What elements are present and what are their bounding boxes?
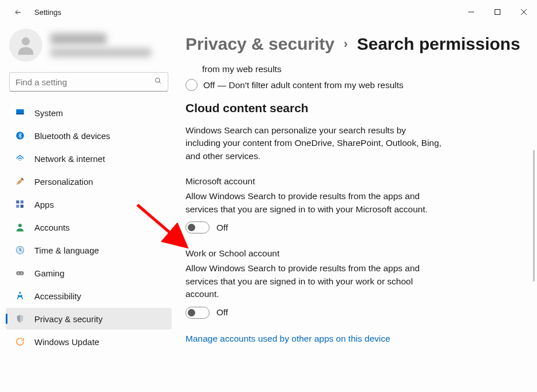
svg-rect-0 — [495, 10, 500, 15]
nav-label: Apps — [34, 200, 54, 209]
sidebar-item-system[interactable]: System — [6, 102, 172, 124]
settings-scroll[interactable]: from my web results Off — Don't filter a… — [185, 64, 531, 383]
svg-point-15 — [21, 272, 22, 274]
radio-icon — [185, 79, 198, 91]
svg-point-16 — [19, 292, 21, 294]
svg-point-14 — [18, 272, 19, 274]
nav-label: Time & language — [34, 246, 99, 255]
ms-account-heading: Microsoft account — [185, 176, 521, 187]
toggle-knob — [188, 309, 195, 316]
nav-label: Gaming — [34, 268, 65, 278]
window-title: Settings — [34, 8, 61, 17]
chevron-right-icon: › — [343, 37, 348, 52]
safesearch-off-radio[interactable]: Off — Don't filter adult content from my… — [185, 79, 521, 91]
search-box[interactable] — [9, 72, 168, 92]
svg-rect-13 — [16, 271, 24, 275]
work-toggle-state: Off — [216, 307, 228, 318]
svg-point-1 — [22, 37, 30, 45]
user-block[interactable] — [5, 24, 173, 72]
sidebar-item-network[interactable]: Network & internet — [6, 148, 172, 169]
nav-label: Personalization — [34, 177, 93, 187]
close-button[interactable] — [511, 3, 537, 21]
sidebar-item-update[interactable]: Windows Update — [6, 331, 172, 353]
sidebar-item-accounts[interactable]: Accounts — [6, 216, 172, 238]
nav-label: Privacy & security — [34, 314, 102, 324]
sidebar-item-personalization[interactable]: Personalization — [6, 171, 172, 192]
cloud-section-heading: Cloud content search — [185, 101, 521, 115]
clock-icon — [15, 245, 25, 255]
search-icon — [154, 77, 162, 87]
breadcrumb-parent[interactable]: Privacy & security — [185, 34, 334, 54]
accounts-icon — [15, 222, 25, 232]
ms-toggle-state: Off — [216, 223, 228, 233]
apps-icon — [15, 199, 25, 209]
window-controls — [458, 3, 537, 21]
svg-rect-9 — [21, 205, 23, 208]
bluetooth-icon — [15, 130, 25, 141]
sidebar-item-privacy[interactable]: Privacy & security — [6, 308, 172, 330]
nav-label: System — [34, 108, 63, 118]
nav-label: Windows Update — [34, 337, 99, 347]
ms-account-desc: Allow Windows Search to provide results … — [185, 190, 443, 216]
titlebar: Settings — [0, 0, 537, 24]
safesearch-moderate-trail: from my web results — [202, 64, 521, 74]
maximize-button[interactable] — [484, 3, 511, 21]
page-title: Search permissions — [357, 34, 520, 54]
avatar — [9, 29, 42, 62]
shield-icon — [15, 314, 25, 324]
nav-label: Accessibility — [34, 291, 81, 301]
wifi-icon — [15, 153, 25, 164]
svg-rect-8 — [16, 205, 19, 208]
svg-point-2 — [155, 78, 160, 82]
radio-label: Off — Don't filter adult content from my… — [203, 80, 404, 90]
work-account-heading: Work or School account — [185, 248, 521, 259]
work-account-toggle[interactable] — [185, 307, 210, 319]
toggle-knob — [188, 224, 195, 231]
nav-list: System Bluetooth & devices Network & int… — [5, 102, 173, 353]
svg-rect-4 — [16, 114, 24, 115]
svg-rect-6 — [16, 200, 19, 203]
back-button[interactable] — [8, 2, 27, 22]
svg-rect-7 — [21, 200, 23, 203]
svg-point-10 — [18, 224, 22, 227]
sidebar-item-bluetooth[interactable]: Bluetooth & devices — [6, 125, 172, 146]
update-icon — [15, 336, 25, 347]
ms-account-toggle[interactable] — [185, 221, 210, 233]
sidebar-item-apps[interactable]: Apps — [6, 193, 172, 215]
breadcrumb: Privacy & security › Search permissions — [185, 34, 531, 54]
cloud-section-desc: Windows Search can personalize your sear… — [185, 124, 443, 163]
scrollbar[interactable] — [533, 150, 535, 282]
nav-label: Bluetooth & devices — [34, 131, 110, 141]
gaming-icon — [15, 268, 25, 278]
sidebar-item-time[interactable]: Time & language — [6, 239, 172, 261]
work-account-desc: Allow Windows Search to provide results … — [185, 262, 443, 300]
user-info — [50, 33, 168, 57]
sidebar-item-gaming[interactable]: Gaming — [6, 262, 172, 284]
system-icon — [15, 108, 25, 118]
sidebar-item-accessibility[interactable]: Accessibility — [6, 285, 172, 307]
nav-label: Network & internet — [34, 154, 105, 164]
main-content: Privacy & security › Search permissions … — [177, 24, 537, 392]
brush-icon — [15, 176, 25, 187]
manage-accounts-link[interactable]: Manage accounts used by other apps on th… — [185, 334, 521, 344]
accessibility-icon — [15, 291, 25, 301]
sidebar: System Bluetooth & devices Network & int… — [0, 24, 177, 392]
search-input[interactable] — [15, 77, 147, 87]
nav-label: Accounts — [34, 223, 70, 232]
minimize-button[interactable] — [458, 3, 484, 21]
